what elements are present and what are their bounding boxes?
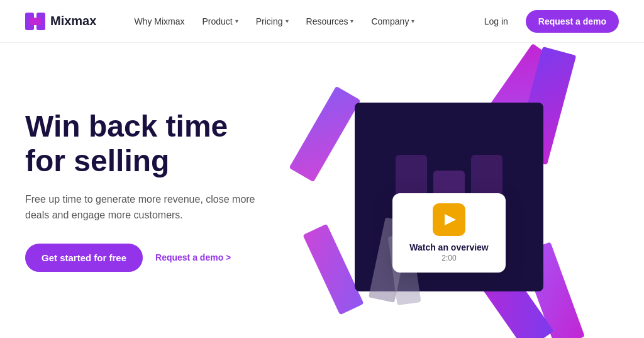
hero-cta: Get started for free Request a demo > xyxy=(25,244,327,272)
chevron-down-icon: ▾ xyxy=(411,18,414,25)
nav-links: Why Mixmax Product ▾ Pricing ▾ Resources… xyxy=(126,11,476,31)
chevron-down-icon: ▾ xyxy=(350,18,353,25)
nav-item-resources[interactable]: Resources ▾ xyxy=(299,11,362,31)
request-demo-link[interactable]: Request a demo > xyxy=(155,252,231,262)
video-time: 2:00 xyxy=(408,254,491,262)
hero-right: Watch an overview 2:00 xyxy=(327,43,619,338)
nav-item-pricing[interactable]: Pricing ▾ xyxy=(248,11,296,31)
mixmax-logo-icon xyxy=(25,13,45,30)
video-card[interactable]: Watch an overview 2:00 xyxy=(392,193,506,273)
dark-bg-square: Watch an overview 2:00 xyxy=(355,103,543,291)
nav-item-why-mixmax[interactable]: Why Mixmax xyxy=(126,11,192,31)
video-label: Watch an overview xyxy=(408,242,491,252)
hero-title: Win back time for selling xyxy=(25,109,327,178)
login-button[interactable]: Log in xyxy=(477,11,516,31)
get-started-button[interactable]: Get started for free xyxy=(25,244,143,272)
request-demo-button[interactable]: Request a demo xyxy=(526,10,619,33)
logo[interactable]: Mixmax xyxy=(25,13,96,30)
hero-visual: Watch an overview 2:00 xyxy=(317,62,581,332)
hero-left: Win back time for selling Free up time t… xyxy=(25,109,327,272)
chevron-down-icon: ▾ xyxy=(286,18,289,25)
brand-name: Mixmax xyxy=(50,14,96,28)
play-icon xyxy=(445,214,456,225)
nav-item-company[interactable]: Company ▾ xyxy=(364,11,422,31)
play-button[interactable] xyxy=(433,203,465,236)
nav-item-product[interactable]: Product ▾ xyxy=(195,11,246,31)
nav-right: Log in Request a demo xyxy=(477,10,619,33)
hero-section: Win back time for selling Free up time t… xyxy=(0,43,644,338)
hero-subtitle: Free up time to generate more revenue, c… xyxy=(25,191,264,223)
chevron-down-icon: ▾ xyxy=(235,18,238,25)
svg-rect-2 xyxy=(29,18,42,25)
